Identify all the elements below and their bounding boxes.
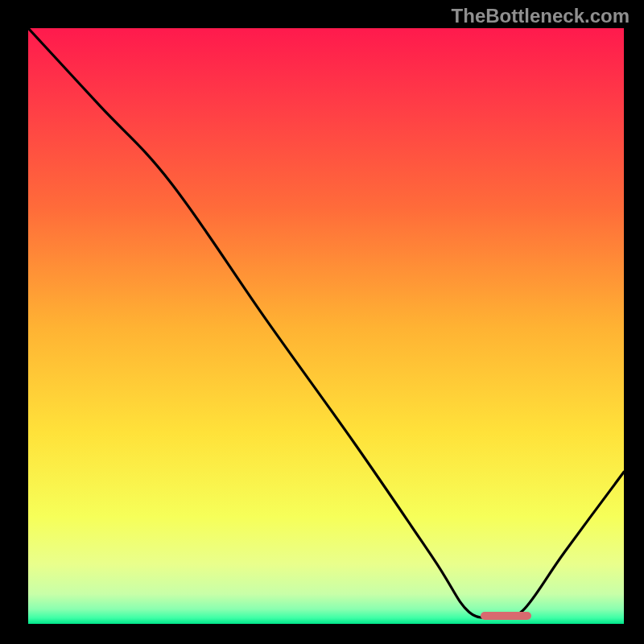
optimal-range-marker — [481, 612, 531, 620]
chart-frame: TheBottleneck.com — [0, 0, 644, 644]
heat-gradient-background — [28, 28, 624, 624]
plot-area — [28, 28, 624, 624]
svg-rect-0 — [28, 28, 624, 624]
branding-watermark: TheBottleneck.com — [452, 5, 630, 27]
